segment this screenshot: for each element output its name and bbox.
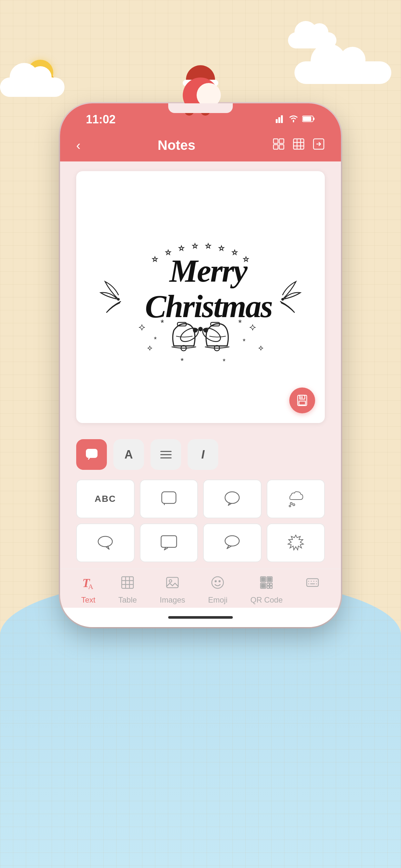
text-nav-label: Text: [81, 595, 95, 604]
svg-rect-1: [278, 117, 280, 123]
battery-icon: [302, 114, 315, 125]
nav-keyboard[interactable]: [305, 576, 320, 604]
emoji-nav-label: Emoji: [208, 595, 227, 604]
home-bar: [168, 616, 233, 619]
svg-point-27: [281, 298, 284, 301]
phone-wrapper: 11:02: [60, 103, 341, 627]
svg-text:☆: ☆: [205, 242, 212, 250]
note-area[interactable]: ☆ ☆ ☆ ☆ ☆ ☆ ☆ ☆ Merry Christmas: [76, 171, 325, 423]
header-actions: [273, 138, 325, 153]
svg-rect-6: [274, 139, 278, 144]
cloud-top: [288, 32, 336, 49]
nav-text[interactable]: T A Text: [81, 576, 95, 604]
svg-text:✦: ✦: [258, 345, 264, 352]
back-button[interactable]: ‹: [76, 138, 81, 153]
images-nav-icon: [165, 576, 180, 593]
wifi-icon: [289, 114, 298, 125]
grid-icon[interactable]: [292, 138, 305, 153]
svg-rect-4: [303, 117, 311, 121]
svg-rect-86: [307, 579, 318, 586]
svg-text:A: A: [88, 583, 93, 590]
table-nav-icon: [120, 576, 135, 593]
svg-rect-62: [161, 536, 177, 547]
svg-rect-66: [122, 577, 133, 588]
phone-frame: 11:02: [60, 103, 341, 627]
svg-text:☆: ☆: [178, 244, 185, 252]
svg-point-61: [98, 536, 112, 547]
svg-text:☆: ☆: [218, 244, 225, 252]
save-button[interactable]: [289, 388, 315, 413]
svg-point-75: [219, 581, 220, 582]
sticker-oval-bubble[interactable]: [76, 523, 135, 562]
svg-rect-85: [270, 586, 272, 588]
sticker-rect-bubble-2[interactable]: [140, 523, 198, 562]
svg-rect-77: [261, 578, 265, 581]
nav-qr-code[interactable]: QR Code: [250, 576, 282, 604]
svg-rect-5: [313, 118, 314, 120]
status-icons: [276, 114, 315, 125]
phone-notch: [168, 103, 233, 113]
svg-rect-0: [276, 119, 278, 123]
svg-text:*: *: [181, 356, 184, 365]
sticker-speech-bubble[interactable]: [203, 523, 261, 562]
app-header: ‹ Notes: [60, 129, 341, 161]
sticker-cloud-bubble[interactable]: [267, 479, 325, 518]
italic-tool-label: I: [201, 448, 204, 461]
svg-point-28: [178, 325, 201, 344]
christmas-art: ☆ ☆ ☆ ☆ ☆ ☆ ☆ ☆ Merry Christmas: [76, 171, 325, 423]
align-tool-button[interactable]: [150, 439, 181, 470]
sticker-round-bubble[interactable]: [203, 479, 261, 518]
svg-rect-49: [299, 401, 305, 405]
share-icon[interactable]: [312, 138, 325, 153]
svg-point-72: [169, 580, 172, 582]
toolbar: A I: [60, 433, 341, 476]
table-nav-label: Table: [118, 595, 136, 604]
status-time: 11:02: [86, 113, 116, 126]
svg-point-29: [201, 325, 223, 344]
cloud-left: [0, 78, 65, 97]
svg-text:*: *: [154, 335, 157, 343]
svg-point-26: [117, 298, 120, 301]
svg-point-73: [212, 577, 223, 588]
svg-rect-9: [279, 145, 284, 149]
svg-point-74: [215, 581, 216, 582]
text-tool-button[interactable]: A: [113, 439, 144, 470]
nav-table[interactable]: Table: [118, 576, 136, 604]
bottom-nav: T A Text Table: [60, 569, 341, 608]
svg-text:*: *: [223, 357, 226, 365]
svg-point-31: [198, 327, 203, 331]
sticker-grid: ABC: [60, 476, 341, 565]
svg-point-60: [289, 505, 290, 507]
svg-rect-10: [294, 139, 304, 149]
svg-text:*: *: [243, 337, 246, 345]
svg-text:Christmas: Christmas: [145, 289, 272, 324]
svg-text:*: *: [160, 318, 164, 328]
sticker-spiky-bubble[interactable]: [267, 523, 325, 562]
comment-tool-button[interactable]: [76, 439, 107, 470]
nav-images[interactable]: Images: [160, 576, 185, 604]
svg-rect-84: [267, 586, 269, 588]
italic-tool-button[interactable]: I: [188, 439, 218, 470]
svg-rect-8: [274, 145, 278, 149]
keyboard-nav-icon: [305, 576, 320, 593]
svg-point-57: [225, 492, 239, 503]
sticker-abc-label: ABC: [95, 494, 116, 504]
images-nav-label: Images: [160, 595, 185, 604]
nav-emoji[interactable]: Emoji: [208, 576, 227, 604]
svg-rect-79: [268, 578, 271, 581]
note-content: ☆ ☆ ☆ ☆ ☆ ☆ ☆ ☆ Merry Christmas: [76, 171, 325, 423]
svg-text:*: *: [238, 318, 242, 328]
svg-rect-52: [86, 449, 97, 458]
text-nav-icon: T A: [81, 576, 95, 593]
layout-icon[interactable]: [273, 138, 285, 153]
svg-rect-83: [270, 583, 272, 585]
svg-point-63: [225, 536, 239, 546]
svg-rect-82: [267, 583, 269, 585]
header-title: Notes: [158, 137, 195, 153]
svg-text:☆: ☆: [192, 242, 198, 250]
sticker-square-bubble[interactable]: [140, 479, 198, 518]
svg-text:✦: ✦: [147, 345, 152, 352]
svg-rect-81: [261, 584, 265, 587]
svg-text:☆: ☆: [152, 255, 158, 263]
sticker-abc[interactable]: ABC: [76, 479, 135, 518]
